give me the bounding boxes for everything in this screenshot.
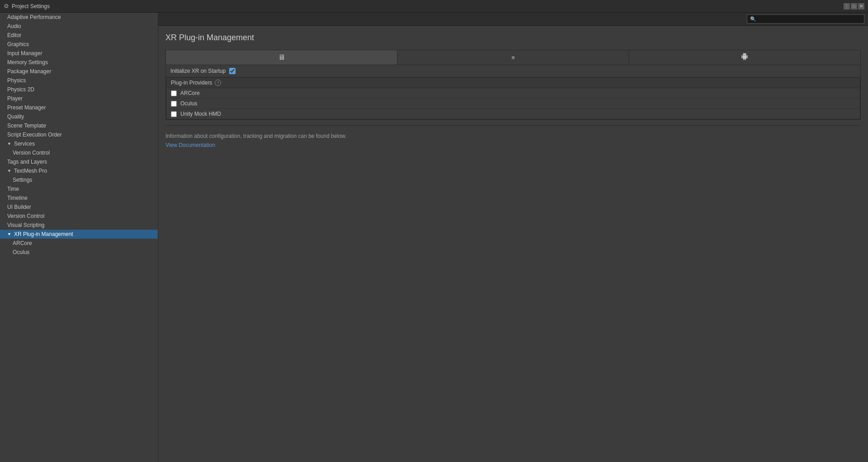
- sidebar-item-label: Services: [14, 141, 35, 147]
- panel-content: XR Plug-in Management 🖥 ≡: [158, 26, 868, 462]
- sidebar-item-label: Scene Template: [7, 123, 46, 129]
- sidebar-item-label: Physics 2D: [7, 86, 34, 93]
- sidebar-item-label: Package Manager: [7, 68, 51, 75]
- unity-mock-hmd-checkbox[interactable]: [171, 111, 177, 117]
- title-bar-close-btn[interactable]: ✕: [858, 3, 864, 9]
- sidebar-item-label: Timeline: [7, 195, 28, 201]
- sidebar-item-memory-settings[interactable]: Memory Settings: [0, 58, 158, 67]
- sidebar-item-oculus[interactable]: Oculus: [0, 248, 158, 257]
- sidebar-item-label: TextMesh Pro: [14, 168, 47, 174]
- title-bar-title: Project Settings: [12, 3, 50, 9]
- info-text: Information about configuration, trackin…: [165, 133, 861, 139]
- arcore-label: ARCore: [180, 90, 200, 96]
- sidebar-item-label: Editor: [7, 32, 21, 38]
- gear-icon: ⚙: [4, 3, 9, 9]
- sidebar-item-physics[interactable]: Physics: [0, 76, 158, 85]
- sidebar-item-visual-scripting[interactable]: Visual Scripting: [0, 221, 158, 230]
- tab-android[interactable]: [629, 50, 860, 65]
- sidebar-item-label: UI Builder: [7, 204, 31, 210]
- sidebar-item-settings[interactable]: Settings: [0, 175, 158, 184]
- sidebar-item-label: Visual Scripting: [7, 222, 45, 228]
- sidebar-item-editor[interactable]: Editor: [0, 31, 158, 40]
- android-icon: [741, 53, 748, 62]
- sidebar-item-package-manager[interactable]: Package Manager: [0, 67, 158, 76]
- view-documentation-link[interactable]: View Documentation: [165, 142, 215, 148]
- chevron-icon: ▼: [7, 232, 11, 236]
- sidebar-item-label: Oculus: [13, 249, 29, 255]
- sidebar-item-preset-manager[interactable]: Preset Manager: [0, 103, 158, 112]
- providers-label: Plug-in Providers: [171, 80, 212, 86]
- info-section: Information about configuration, trackin…: [165, 133, 861, 148]
- sidebar-item-textmesh-pro[interactable]: ▼TextMesh Pro: [0, 166, 158, 175]
- sidebar-item-tags-and-layers[interactable]: Tags and Layers: [0, 157, 158, 166]
- oculus-label: Oculus: [180, 100, 197, 107]
- sidebar-item-label: Script Execution Order: [7, 132, 62, 138]
- chevron-icon: ▼: [7, 141, 11, 146]
- provider-oculus-row: Oculus: [166, 99, 860, 109]
- sidebar-item-label: Version Control: [7, 213, 44, 219]
- sidebar-item-xr-plug-in-management[interactable]: ▼XR Plug-in Management: [0, 230, 158, 239]
- sidebar: Adaptive PerformanceAudioEditorGraphicsI…: [0, 13, 158, 462]
- sidebar-item-label: Preset Manager: [7, 104, 46, 111]
- initialize-xr-row: Initialize XR on Startup: [166, 65, 860, 77]
- title-bar-maximize-btn[interactable]: □: [851, 3, 857, 9]
- arcore-checkbox[interactable]: [171, 90, 177, 96]
- sidebar-item-label: Input Manager: [7, 50, 42, 57]
- sidebar-item-label: Settings: [13, 177, 32, 183]
- sidebar-item-label: Audio: [7, 23, 21, 29]
- title-bar: ⚙ Project Settings ⋮ □ ✕: [0, 0, 868, 13]
- tab-desktop[interactable]: 🖥: [166, 50, 397, 65]
- sidebar-item-time[interactable]: Time: [0, 184, 158, 193]
- search-field[interactable]: 🔍: [747, 14, 864, 24]
- title-bar-menu-btn[interactable]: ⋮: [844, 3, 850, 9]
- title-bar-controls: ⋮ □ ✕: [844, 3, 864, 9]
- sidebar-item-physics-2d[interactable]: Physics 2D: [0, 85, 158, 94]
- oculus-checkbox[interactable]: [171, 101, 177, 107]
- providers-header: Plug-in Providers ?: [166, 78, 860, 88]
- help-icon[interactable]: ?: [215, 80, 221, 86]
- main-content: Adaptive PerformanceAudioEditorGraphicsI…: [0, 13, 868, 462]
- search-input[interactable]: [758, 16, 861, 22]
- tv-icon: ≡: [511, 54, 515, 61]
- sidebar-item-label: Physics: [7, 77, 26, 84]
- provider-unity-mock-hmd-row: Unity Mock HMD: [166, 109, 860, 119]
- sidebar-item-scene-template[interactable]: Scene Template: [0, 121, 158, 130]
- sidebar-item-adaptive-performance[interactable]: Adaptive Performance: [0, 13, 158, 22]
- sidebar-item-label: Player: [7, 95, 23, 102]
- initialize-xr-checkbox[interactable]: [229, 68, 236, 74]
- divider: [165, 125, 861, 126]
- page-title: XR Plug-in Management: [165, 33, 861, 42]
- sidebar-item-version-control2[interactable]: Version Control: [0, 212, 158, 221]
- sidebar-item-timeline[interactable]: Timeline: [0, 193, 158, 203]
- sidebar-item-services[interactable]: ▼Services: [0, 139, 158, 148]
- sidebar-item-player[interactable]: Player: [0, 94, 158, 103]
- sidebar-item-arcore[interactable]: ARCore: [0, 239, 158, 248]
- sidebar-item-graphics[interactable]: Graphics: [0, 40, 158, 49]
- right-top-bar: 🔍: [158, 13, 868, 26]
- title-bar-left: ⚙ Project Settings: [4, 3, 50, 9]
- desktop-icon: 🖥: [278, 53, 285, 61]
- sidebar-item-audio[interactable]: Audio: [0, 22, 158, 31]
- sidebar-item-input-manager[interactable]: Input Manager: [0, 49, 158, 58]
- chevron-icon: ▼: [7, 169, 11, 173]
- sidebar-item-label: Memory Settings: [7, 59, 48, 66]
- tab-tv[interactable]: ≡: [397, 50, 629, 65]
- sidebar-item-label: XR Plug-in Management: [14, 231, 73, 237]
- initialize-xr-label: Initialize XR on Startup: [170, 68, 226, 74]
- platform-tabs: 🖥 ≡: [165, 50, 861, 65]
- sidebar-item-quality[interactable]: Quality: [0, 112, 158, 121]
- sidebar-item-ui-builder[interactable]: UI Builder: [0, 203, 158, 212]
- sidebar-item-label: Tags and Layers: [7, 159, 47, 165]
- sidebar-item-label: Time: [7, 186, 19, 192]
- sidebar-item-label: Version Control: [13, 150, 50, 156]
- search-icon: 🔍: [750, 16, 756, 22]
- sidebar-item-label: Adaptive Performance: [7, 14, 61, 20]
- sidebar-item-label: Graphics: [7, 41, 29, 47]
- sidebar-item-label: ARCore: [13, 240, 32, 246]
- provider-arcore-row: ARCore: [166, 88, 860, 99]
- sidebar-item-script-execution-order[interactable]: Script Execution Order: [0, 130, 158, 139]
- unity-mock-hmd-label: Unity Mock HMD: [180, 111, 221, 117]
- settings-section: Initialize XR on Startup Plug-in Provide…: [165, 65, 861, 120]
- sidebar-item-version-control[interactable]: Version Control: [0, 148, 158, 157]
- providers-section: Plug-in Providers ? ARCore Oculus Unity …: [166, 77, 860, 119]
